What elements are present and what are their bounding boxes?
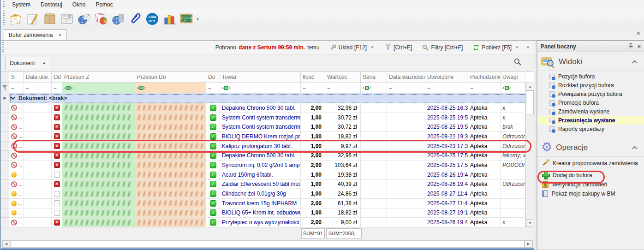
scroll-up-icon[interactable]: ▲ [526, 83, 534, 90]
table-row[interactable]: ...✓Acard 150mg 60tabl.1,0019,38 zł2025-… [1, 170, 534, 180]
menu-grip[interactable] [3, 1, 5, 8]
sidebar-view-raporty-sprzedaży[interactable]: Raporty sprzedaży [537, 125, 644, 133]
panel-close-icon[interactable]: × [638, 43, 641, 50]
filter-cell-11[interactable]: = [425, 83, 468, 93]
do-check-icon[interactable]: ✓ [210, 143, 216, 149]
vertical-scrollbar[interactable]: ▲ ▼ [525, 83, 534, 227]
toolbar-zsm-opl-icon[interactable]: ZSMOPL [143, 11, 161, 27]
toolbar-notepad-icon[interactable] [24, 11, 41, 27]
column-header-wartość[interactable]: Wartość [325, 72, 361, 83]
toolbar-attachments-icon[interactable] [126, 11, 143, 27]
vertical-scroll-thumb[interactable] [526, 90, 534, 114]
do-check-icon[interactable]: ✓ [210, 219, 216, 226]
filter-cell-5[interactable]: = [206, 83, 220, 93]
menu-item-dostosuj[interactable]: Dostosuj [36, 0, 67, 9]
column-header-ilość[interactable]: Ilość [301, 72, 325, 83]
operation-dodaj-do-bufora[interactable]: Dodaj do bufora [537, 170, 644, 180]
od-checkbox-empty[interactable] [54, 191, 60, 197]
toolbar-send-globe-icon[interactable] [75, 11, 92, 27]
statusbar-grip[interactable] [2, 42, 4, 53]
toolbar-documents-icon[interactable] [7, 11, 24, 27]
toolbar-calculation-board-icon[interactable]: 2+2=4 [178, 11, 195, 27]
filter-cell-12[interactable]: = [468, 83, 501, 93]
od-checkbox-crossed[interactable]: × [54, 181, 60, 187]
tabbar-close-icon[interactable]: × [637, 30, 640, 37]
table-row[interactable]: ...×✓Kalipoz prolongatum 30 tabl.1,009,9… [1, 142, 534, 151]
do-check-icon[interactable]: ✓ [210, 152, 216, 159]
toolbar-dropdown-icon[interactable]: ▼ [196, 18, 199, 21]
filter-cell-4[interactable]: aBc [135, 83, 206, 93]
od-checkbox-empty[interactable] [54, 172, 60, 178]
group-expander-icon[interactable]: ▶ [3, 96, 6, 100]
column-header-uwagi[interactable]: Uwagi [501, 72, 525, 83]
do-check-icon[interactable]: ✓ [210, 209, 216, 216]
operation-pokaż-moje-zakupy-w-bm[interactable]: Pokaż moje zakupy w BM [537, 189, 644, 198]
do-check-icon[interactable]: ✓ [210, 200, 216, 207]
od-checkbox-crossed[interactable]: × [54, 105, 60, 111]
sidebar-view-promocje-bufora[interactable]: Promocje bufora [537, 98, 644, 107]
column-header-data-ważności[interactable]: Data ważności [387, 72, 425, 83]
menu-item-pomoc[interactable]: Pomoc [90, 0, 118, 9]
table-row[interactable]: ...×✓System Conti system transdermal...1… [1, 113, 534, 123]
do-check-icon[interactable]: ✓ [210, 105, 216, 111]
operation-kreator-proponowania-zamówienia[interactable]: Kreator proponowania zamówienia [537, 158, 644, 168]
sidebar-view-zamówienia-wysłane[interactable]: Zamówienia wysłane [537, 107, 644, 116]
operation-weryfikacja-zamówień[interactable]: $Weryfikacja zamówień [537, 180, 644, 189]
column-header-przesun-z[interactable]: Przesun Z [62, 72, 135, 83]
do-check-icon[interactable]: ✓ [210, 190, 216, 197]
pin-icon[interactable] [628, 43, 633, 50]
toolbar-web-database-icon[interactable] [109, 11, 126, 27]
sidebar-view-przesunięcia-wysłane[interactable]: Przesunięcia wysłane [537, 116, 644, 125]
filter-cell-0[interactable]: = [9, 83, 24, 93]
grid-search-icon[interactable] [514, 58, 522, 66]
table-row[interactable]: ...×✓Synocrom inj. 0,02 g/2ml 1 amp.s...… [1, 161, 534, 170]
filter-cell-2[interactable]: = [52, 83, 62, 93]
do-check-icon[interactable]: ✓ [210, 162, 216, 168]
od-checkbox-empty[interactable] [54, 210, 60, 216]
filter-cell-10[interactable]: = [387, 83, 425, 93]
table-row[interactable]: ...×✓Przylepiec o wys.wytrzymałości 52,0… [1, 218, 534, 227]
ctrl-e-button[interactable]: [Ctrl+E] [385, 44, 412, 51]
filter-cell-6[interactable]: aBc [220, 83, 301, 93]
panel-splitter[interactable] [534, 41, 537, 250]
uklad-dropdown-icon[interactable]: ▼ [370, 46, 374, 49]
column-header-utworzone[interactable]: Utworzone [425, 72, 468, 83]
sidebar-view-pozycje-bufora[interactable]: Pozycje bufora [537, 72, 644, 81]
table-row[interactable]: ...×✓BIOLIQ DERMO Krem rozjaś.prze...1,0… [1, 132, 534, 142]
do-check-icon[interactable]: ✓ [210, 114, 216, 121]
od-checkbox-crossed[interactable]: × [54, 153, 60, 159]
toolbar-package-icon[interactable] [41, 11, 58, 27]
filter-cell-13[interactable]: aBc [501, 83, 525, 93]
horizontal-scrollbar[interactable]: ◀ ▶ [1, 239, 534, 248]
od-checkbox-empty[interactable] [54, 200, 60, 206]
do-check-icon[interactable]: ✓ [210, 181, 216, 187]
column-header-przesun-do[interactable]: Przesun Do [135, 72, 206, 83]
widoki-collapse-icon[interactable] [632, 60, 637, 65]
column-header-s[interactable]: S [9, 72, 24, 83]
od-checkbox-crossed[interactable]: × [54, 124, 60, 130]
statusbar-overflow-icon[interactable]: ▼ [526, 46, 530, 49]
scroll-right-icon[interactable]: ▶ [525, 240, 532, 247]
do-check-icon[interactable]: ✓ [210, 124, 216, 130]
table-row[interactable]: ...×✓Depakine Chrono 500 30 tabl.2,0032,… [1, 103, 534, 113]
sidebar-view-powiązania-pozycji-bufora[interactable]: Powiązania pozycji bufora [537, 89, 644, 98]
od-checkbox-crossed[interactable]: × [54, 162, 60, 168]
table-row[interactable]: ...×✓System Conti system transdermal...1… [1, 122, 534, 132]
do-check-icon[interactable]: ✓ [210, 133, 216, 140]
table-row[interactable]: ...✓Clindacne żel 0,01g/g 30g1,0024,86 z… [1, 189, 534, 199]
column-header-towar[interactable]: Towar [220, 72, 301, 83]
uklad-button[interactable]: Układ [F12] ▼ [330, 44, 375, 51]
table-row[interactable]: ...×✓Zaldiar Effervescent 50 tabl.mus.1,… [1, 180, 534, 190]
filter-cell-9[interactable]: aBc [361, 83, 387, 93]
pobierz-dropdown-icon[interactable]: ▼ [515, 46, 519, 49]
scroll-down-icon[interactable]: ▼ [526, 219, 534, 227]
od-checkbox-crossed[interactable]: × [54, 220, 60, 226]
group-field-button[interactable]: Dokument ▲ [6, 57, 50, 69]
od-checkbox-crossed[interactable]: × [54, 114, 60, 120]
column-header-do[interactable]: Do [206, 72, 220, 83]
widoki-section-header[interactable]: Widoki [537, 52, 644, 71]
pobierz-button[interactable]: Pobierz [F5] ▼ [473, 44, 520, 51]
column-header-seria[interactable]: Seria [361, 72, 387, 83]
toolbar-statistics-icon[interactable] [161, 11, 178, 27]
column-header-data-utw-[interactable]: Data utw. [24, 72, 52, 83]
